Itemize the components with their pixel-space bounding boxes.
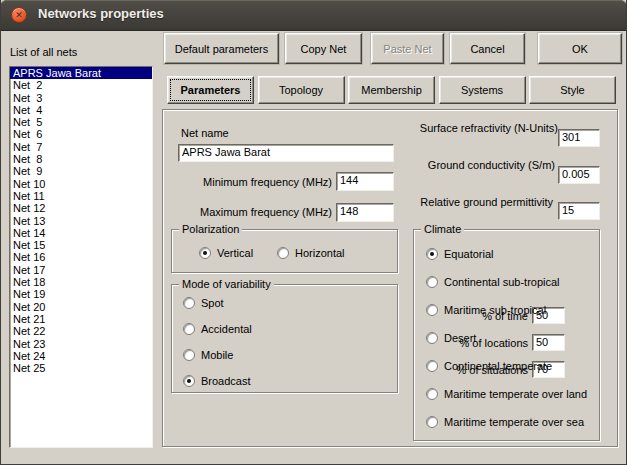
net-list-item[interactable]: Net 20 — [10, 301, 152, 313]
min-frequency-label: Minimum frequency (MHz) — [178, 176, 332, 188]
variability-groupbox: Mode of variability Spot Accidental Mobi… — [171, 284, 398, 393]
net-list-item[interactable]: Net 3 — [10, 92, 152, 104]
radio-label: Broadcast — [201, 375, 251, 387]
radio-variability-mobile[interactable]: Mobile — [183, 348, 233, 362]
net-list-item[interactable]: Net 15 — [10, 239, 152, 251]
radio-button-icon — [426, 388, 438, 400]
net-list-item[interactable]: Net 2 — [10, 79, 152, 91]
tab-style[interactable]: Style — [529, 76, 616, 104]
radio-button-icon — [426, 248, 438, 260]
radio-label: Spot — [201, 297, 224, 309]
ok-button[interactable]: OK — [538, 33, 622, 64]
window-title: Networks properties — [38, 6, 164, 21]
cancel-button[interactable]: Cancel — [450, 33, 525, 64]
radio-variability-accidental[interactable]: Accidental — [183, 322, 252, 336]
nets-listbox[interactable]: APRS Jawa BaratNet 2Net 3Net 4Net 5Net 6… — [9, 66, 153, 448]
radio-polarization-horizontal[interactable]: Horizontal — [277, 246, 345, 260]
max-frequency-label: Maximum frequency (MHz) — [178, 206, 332, 218]
ground-permittivity-input[interactable]: 15 — [558, 202, 600, 220]
net-list-item[interactable]: Net 7 — [10, 141, 152, 153]
net-list-item[interactable]: Net 13 — [10, 215, 152, 227]
radio-label: Mobile — [201, 349, 233, 361]
radio-button-icon — [183, 323, 195, 335]
radio-label: Vertical — [217, 247, 253, 259]
radio-label: Accidental — [201, 323, 252, 335]
net-list-item[interactable]: Net 19 — [10, 288, 152, 300]
radio-button-icon — [183, 297, 195, 309]
radio-button-icon — [426, 360, 438, 372]
net-list-item[interactable]: Net 4 — [10, 104, 152, 116]
radio-label: Desert — [444, 332, 476, 344]
net-list-item[interactable]: APRS Jawa Barat — [10, 67, 152, 79]
radio-label: Maritime sub-tropical — [444, 304, 546, 316]
radio-climate-desert[interactable]: Desert — [426, 331, 476, 345]
radio-variability-broadcast[interactable]: Broadcast — [183, 374, 251, 388]
tab-parameters[interactable]: Parameters — [167, 76, 254, 104]
default-parameters-button[interactable]: Default parameters — [164, 33, 279, 64]
net-list-item[interactable]: Net 6 — [10, 128, 152, 140]
radio-label: Maritime temperate over land — [444, 388, 587, 400]
copy-net-button[interactable]: Copy Net — [285, 33, 362, 64]
tab-systems[interactable]: Systems — [439, 76, 526, 104]
radio-button-icon — [426, 276, 438, 288]
climate-group-label: Climate — [421, 223, 464, 235]
net-name-input[interactable]: APRS Jawa Barat — [178, 144, 394, 162]
radio-button-icon — [426, 332, 438, 344]
radio-button-icon — [426, 304, 438, 316]
polarization-group-label: Polarization — [179, 223, 242, 235]
radio-button-icon — [277, 247, 289, 259]
net-name-label: Net name — [181, 127, 229, 139]
ground-conductivity-input[interactable]: 0.005 — [558, 166, 600, 184]
radio-button-icon — [183, 375, 195, 387]
net-list-item[interactable]: Net 21 — [10, 313, 152, 325]
net-list-item[interactable]: Net 16 — [10, 251, 152, 263]
polarization-groupbox: Polarization Vertical Horizontal — [171, 229, 398, 273]
radio-climate-maritime-temperate-over-land[interactable]: Maritime temperate over land — [426, 387, 587, 401]
radio-variability-spot[interactable]: Spot — [183, 296, 224, 310]
net-list-item[interactable]: Net 5 — [10, 116, 152, 128]
ground-permittivity-label: Relative ground permittivity — [398, 196, 553, 208]
net-list-item[interactable]: Net 22 — [10, 325, 152, 337]
net-list-item[interactable]: Net 18 — [10, 276, 152, 288]
list-of-nets-label: List of all nets — [10, 46, 77, 58]
net-list-item[interactable]: Net 14 — [10, 227, 152, 239]
min-frequency-input[interactable]: 144 — [336, 172, 394, 191]
close-icon[interactable]: ✕ — [11, 7, 27, 23]
radio-polarization-vertical[interactable]: Vertical — [199, 246, 253, 260]
paste-net-button: Paste Net — [371, 33, 444, 64]
radio-button-icon — [183, 349, 195, 361]
radio-button-icon — [199, 247, 211, 259]
tab-bar: Parameters Topology Membership Systems S… — [167, 76, 616, 104]
ground-conductivity-label: Ground conductivity (S/m) — [398, 159, 555, 171]
net-list-item[interactable]: Net 24 — [10, 350, 152, 362]
net-list-item[interactable]: Net 23 — [10, 338, 152, 350]
net-list-item[interactable]: Net 9 — [10, 165, 152, 177]
radio-climate-continental-temperate[interactable]: Continental temperate — [426, 359, 552, 373]
net-list-item[interactable]: Net 10 — [10, 178, 152, 190]
net-list-item[interactable]: Net 8 — [10, 153, 152, 165]
radio-label: Horizontal — [295, 247, 345, 259]
radio-climate-equatorial[interactable]: Equatorial — [426, 247, 494, 261]
variability-group-label: Mode of variability — [179, 278, 274, 290]
net-list-item[interactable]: Net 11 — [10, 190, 152, 202]
networks-properties-window: ✕ Networks properties List of all nets A… — [0, 0, 627, 465]
titlebar[interactable]: ✕ Networks properties — [0, 0, 627, 31]
radio-label: Equatorial — [444, 248, 494, 260]
max-frequency-input[interactable]: 148 — [336, 203, 394, 222]
radio-climate-continental-sub-tropical[interactable]: Continental sub-tropical — [426, 275, 560, 289]
radio-climate-maritime-sub-tropical[interactable]: Maritime sub-tropical — [426, 303, 546, 317]
radio-climate-maritime-temperate-over-sea[interactable]: Maritime temperate over sea — [426, 415, 584, 429]
surface-refractivity-input[interactable]: 301 — [558, 129, 600, 147]
tab-membership[interactable]: Membership — [348, 76, 435, 104]
radio-label: Continental sub-tropical — [444, 276, 560, 288]
climate-groupbox: Climate Equatorial Continental sub-tropi… — [413, 229, 600, 441]
surface-refractivity-label: Surface refractivity (N-Units) — [398, 122, 558, 134]
net-list-item[interactable]: Net 17 — [10, 264, 152, 276]
net-list-item[interactable]: Net 25 — [10, 362, 152, 374]
radio-button-icon — [426, 416, 438, 428]
radio-label: Continental temperate — [444, 360, 552, 372]
radio-label: Maritime temperate over sea — [444, 416, 584, 428]
net-list-item[interactable]: Net 12 — [10, 202, 152, 214]
tab-topology[interactable]: Topology — [258, 76, 345, 104]
